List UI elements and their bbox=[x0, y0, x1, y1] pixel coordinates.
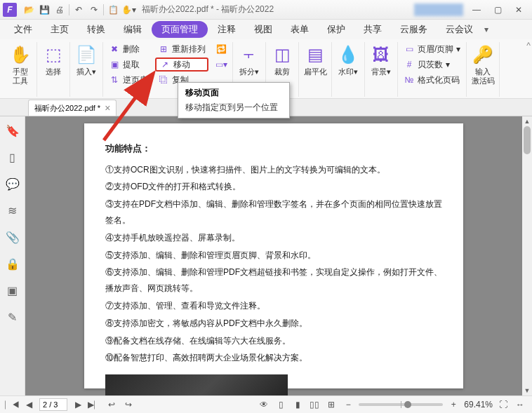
rearrange-icon: ⊞ bbox=[158, 44, 169, 54]
doc-line: ⑥支持添加、编辑、删除和管理PDF文档超链接和书签，实现自定义操作，例如打开文件… bbox=[105, 264, 442, 297]
menu-共享[interactable]: 共享 bbox=[355, 20, 390, 39]
menu-主页[interactable]: 主页 bbox=[42, 20, 77, 39]
delete-button[interactable]: ✖删除 bbox=[106, 42, 151, 56]
doc-line: ⑤支持添加、编辑、删除和管理页眉页脚、背景和水印。 bbox=[105, 248, 442, 264]
hand-icon[interactable]: ✋▾ bbox=[121, 2, 136, 18]
next-page-icon[interactable]: ▶ bbox=[72, 398, 84, 411]
blurred-region bbox=[414, 4, 463, 16]
hand-icon: ✋ bbox=[10, 43, 31, 66]
document-tab[interactable]: 福昕办公2022.pdf * × bbox=[28, 100, 117, 116]
maximize-button[interactable]: ▢ bbox=[487, 1, 508, 18]
fit-width-icon[interactable]: ↔ bbox=[514, 398, 526, 411]
cursor-icon: ⬚ bbox=[46, 43, 62, 66]
fit-page-icon[interactable]: ⛶ bbox=[497, 398, 510, 411]
open-icon[interactable]: 📂 bbox=[21, 2, 36, 18]
attachments-icon[interactable]: 📎 bbox=[4, 229, 21, 245]
signature-icon[interactable]: ✎ bbox=[4, 309, 21, 325]
last-page-icon[interactable]: ▶⎸ bbox=[88, 398, 101, 411]
zoom-thumb[interactable] bbox=[404, 401, 411, 408]
doc-line: ③支持在PDF文档中添加、编辑、删除和管理数字签名，并在多个页面的相同位置快速放… bbox=[105, 196, 442, 229]
ribbon-collapse-icon[interactable]: ^ bbox=[526, 41, 531, 50]
facing-icon[interactable]: ▯▯ bbox=[308, 398, 321, 411]
menu-编辑[interactable]: 编辑 bbox=[115, 20, 150, 39]
jump-back-icon[interactable]: ↩ bbox=[105, 398, 118, 411]
single-page-icon[interactable]: ▯ bbox=[274, 398, 287, 411]
main-area: 🔖 ▯ 💬 ≋ 📎 🔒 ▣ ✎ 功能特点： ①支持OCR图文识别，快速将扫描件、… bbox=[0, 116, 532, 395]
activation-button[interactable]: 🔑 输入 激活码 bbox=[470, 42, 496, 87]
menu-页面管理[interactable]: 页面管理 bbox=[152, 21, 208, 38]
zoom-out-icon[interactable]: − bbox=[342, 398, 354, 411]
format-pageno-button[interactable]: №格式化页码 bbox=[401, 73, 463, 87]
scroll-down-icon[interactable]: ▼ bbox=[524, 386, 531, 395]
comments-icon[interactable]: 💬 bbox=[4, 175, 21, 192]
menu-云服务[interactable]: 云服务 bbox=[392, 20, 436, 39]
fields-icon[interactable]: ▣ bbox=[4, 282, 21, 299]
bates-button[interactable]: #贝茨数 ▾ bbox=[401, 57, 463, 72]
delete-icon: ✖ bbox=[109, 44, 120, 54]
save-icon[interactable]: 💾 bbox=[36, 2, 52, 18]
continuous-icon[interactable]: ▮ bbox=[291, 398, 304, 411]
close-button[interactable]: ✕ bbox=[508, 1, 529, 18]
zoom-value: 69.41% bbox=[464, 400, 493, 409]
redo-icon[interactable]: ↷ bbox=[86, 2, 102, 18]
menu-转换[interactable]: 转换 bbox=[79, 20, 114, 39]
reverse-button[interactable]: ⇅逆页序 bbox=[106, 73, 151, 87]
tooltip-description: 移动指定页到另一个位置 bbox=[185, 102, 282, 114]
menu-overflow-icon[interactable]: ▾ bbox=[484, 25, 488, 34]
scroll-thumb[interactable] bbox=[524, 126, 531, 154]
background-button[interactable]: 🖼 背景▾ bbox=[368, 42, 394, 78]
insert-button[interactable]: 📄 插入▾ bbox=[73, 42, 100, 78]
jump-forward-icon[interactable]: ↪ bbox=[122, 398, 135, 411]
first-page-icon[interactable]: ⎸◀ bbox=[6, 398, 18, 411]
zoom-in-icon[interactable]: + bbox=[447, 398, 460, 411]
pages-icon[interactable]: ▯ bbox=[4, 149, 21, 165]
insert-icon: 📄 bbox=[76, 43, 97, 66]
tooltip-move-page: 移动页面 移动指定页到另一个位置 bbox=[178, 82, 290, 119]
menu-视图[interactable]: 视图 bbox=[246, 20, 281, 39]
dropdown-button[interactable]: ▭▾ bbox=[213, 57, 230, 72]
split-icon: ⫟ bbox=[241, 43, 258, 66]
menu-注释[interactable]: 注释 bbox=[209, 20, 244, 39]
bookmark-icon[interactable]: 🔖 bbox=[4, 122, 21, 139]
flatten-button[interactable]: ▤ 扁平化 bbox=[302, 42, 328, 78]
scroll-up-icon[interactable]: ▲ bbox=[524, 116, 531, 126]
watermark-button[interactable]: 💧 水印▾ bbox=[335, 42, 361, 78]
doc-line: ⑩配备智慧打印、高效招聘两大企业场景化解决方案。 bbox=[105, 350, 442, 366]
extract-button[interactable]: ▣提取 bbox=[106, 57, 151, 72]
read-mode-icon[interactable]: 👁 bbox=[258, 398, 270, 411]
menu-保护[interactable]: 保护 bbox=[319, 20, 354, 39]
rearrange-button[interactable]: ⊞重新排列 bbox=[155, 42, 208, 56]
document-viewport[interactable]: 功能特点： ①支持OCR图文识别，快速将扫描件、图片上的文字转换为可编辑的文本。… bbox=[25, 116, 522, 395]
pageno-icon: № bbox=[404, 75, 415, 85]
hand-tool-button[interactable]: ✋ 手型 工具 bbox=[7, 42, 34, 87]
minimize-button[interactable]: — bbox=[466, 1, 487, 18]
dropdown-icon: ▭▾ bbox=[215, 60, 227, 69]
tab-close-icon[interactable]: × bbox=[105, 102, 110, 114]
layers-icon[interactable]: ≋ bbox=[4, 202, 21, 219]
prev-page-icon[interactable]: ◀ bbox=[22, 398, 35, 411]
page-input[interactable] bbox=[39, 398, 67, 411]
crop-button[interactable]: ◫ 裁剪 bbox=[269, 42, 295, 78]
zoom-slider[interactable] bbox=[359, 403, 443, 406]
scroll-track[interactable] bbox=[522, 126, 532, 386]
clipboard-icon[interactable]: 📋 bbox=[105, 2, 121, 18]
menu-表单[interactable]: 表单 bbox=[282, 20, 317, 39]
header-icon: ▭ bbox=[404, 44, 415, 54]
continuous-facing-icon[interactable]: ⊞ bbox=[325, 398, 338, 411]
select-button[interactable]: ⬚ 选择 bbox=[40, 42, 67, 78]
header-footer-button[interactable]: ▭页眉/页脚 ▾ bbox=[401, 42, 463, 56]
menu-云会议[interactable]: 云会议 bbox=[437, 20, 481, 39]
flatten-icon: ▤ bbox=[307, 43, 324, 66]
print-icon[interactable]: 🖨 bbox=[52, 2, 67, 18]
app-logo: F bbox=[3, 3, 17, 17]
undo-icon[interactable]: ↶ bbox=[71, 2, 86, 18]
security-icon[interactable]: 🔒 bbox=[4, 255, 21, 272]
extract-icon: ▣ bbox=[109, 60, 120, 69]
split-button[interactable]: ⫟ 拆分▾ bbox=[236, 42, 262, 78]
watermark-icon: 💧 bbox=[338, 43, 359, 66]
status-bar: ⎸◀ ◀ ▶ ▶⎸ ↩ ↪ 👁 ▯ ▮ ▯▯ ⊞ − + 69.41% ⛶ ↔ bbox=[0, 395, 532, 413]
move-button[interactable]: ↗移动 bbox=[155, 57, 208, 72]
menu-文件[interactable]: 文件 bbox=[6, 20, 41, 39]
vertical-scrollbar[interactable]: ▲ ▼ bbox=[522, 116, 532, 395]
replace-button[interactable]: 🔁 bbox=[213, 42, 230, 56]
